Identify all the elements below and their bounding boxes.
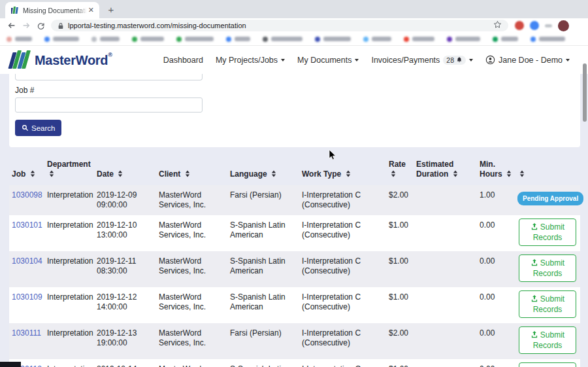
tab-close-icon[interactable]: ✕ [87, 6, 95, 14]
submit-records-button[interactable]: Submit Records [519, 326, 576, 354]
extension-icon[interactable] [530, 21, 539, 30]
sort-icon[interactable] [453, 170, 458, 177]
cell-action: Submit Records [515, 287, 580, 323]
bookmark-item[interactable] [176, 37, 214, 42]
job-link[interactable]: 1030109 [12, 292, 42, 302]
submit-records-button[interactable]: Submit Records [519, 254, 576, 282]
cell-language: S-Spanish Latin American [227, 215, 299, 251]
cell-min-hours: 0.00 [477, 323, 515, 359]
column-header-job[interactable]: Job [9, 157, 44, 185]
cell-estimated-duration [414, 359, 477, 367]
cell-language: S-Spanish Latin American [227, 359, 299, 367]
table-row: 1030104Interpretation2019-12-11 08:30:00… [9, 251, 580, 287]
back-icon[interactable] [5, 19, 18, 32]
column-header-department[interactable]: Department [44, 157, 94, 185]
column-header-actions[interactable] [515, 157, 580, 185]
cell-min-hours: 1.00 [477, 185, 515, 215]
job-link[interactable]: 1030111 [12, 328, 41, 338]
column-header-date[interactable]: Date [94, 157, 156, 185]
submit-records-button[interactable]: Submit Records [519, 290, 576, 318]
chevron-down-icon [281, 59, 285, 61]
extension-icon[interactable] [545, 24, 552, 27]
bookmark-favicon-icon [447, 37, 452, 42]
nav-item-my-projects-jobs[interactable]: My Projects/Jobs [216, 56, 285, 65]
address-bar[interactable]: lpportal-testing.masterword.com/missing-… [51, 20, 508, 31]
submit-records-button[interactable]: Submit Records [519, 218, 576, 246]
nav-item-my-documents[interactable]: My Documents [297, 56, 359, 65]
sort-icon[interactable] [118, 170, 123, 177]
truncated-input-field[interactable] [15, 74, 203, 80]
new-tab-button[interactable]: + [103, 1, 119, 17]
table-head: Job Department Date Client Language Work… [9, 157, 580, 185]
table-row: 1030098Interpretation2019-12-09 09:00:00… [9, 185, 580, 215]
bookmark-item[interactable] [226, 37, 250, 42]
submit-records-button[interactable]: Submit Records [519, 362, 576, 367]
bookmark-item[interactable] [531, 37, 565, 42]
bookmark-label-blurred [372, 37, 391, 41]
sort-icon[interactable] [271, 170, 276, 177]
cell-estimated-duration [414, 287, 477, 323]
nav-item-invoices-payments[interactable]: Invoices/Payments28 [371, 56, 473, 65]
nav-item-jane-doe-demo[interactable]: Jane Doe - Demo [485, 55, 570, 65]
sort-icon[interactable] [346, 170, 351, 177]
bookmark-star-icon[interactable] [493, 20, 502, 31]
cell-date: 2019-12-12 14:00:00 [94, 287, 156, 323]
bookmark-label-blurred [53, 37, 79, 41]
bookmark-item[interactable] [315, 37, 351, 42]
bookmark-item[interactable] [447, 37, 480, 42]
bookmark-item[interactable] [132, 37, 164, 42]
table-body: 1030098Interpretation2019-12-09 09:00:00… [9, 185, 580, 367]
missing-documentation-table: Job Department Date Client Language Work… [9, 157, 580, 367]
status-badge: Pending Approval [517, 192, 583, 205]
bookmark-label-blurred [100, 37, 120, 41]
bookmark-item[interactable] [7, 37, 32, 42]
table-row: 1030112Interpretation2019-12-14 09:00:00… [9, 359, 580, 367]
reload-icon[interactable] [34, 19, 47, 32]
nav-item-dashboard[interactable]: Dashboard [163, 56, 203, 65]
job-link[interactable]: 1030101 [12, 220, 42, 230]
bookmark-item[interactable] [44, 37, 79, 42]
column-header-label: Job [12, 169, 25, 179]
cell-rate: $1.00 [386, 215, 414, 251]
cell-date: 2019-12-13 19:00:00 [94, 323, 156, 359]
sort-icon[interactable] [506, 170, 512, 177]
registered-mark: ® [108, 52, 112, 58]
cell-min-hours: 0.00 [477, 359, 515, 367]
masterword-logo[interactable]: MasterWord® [9, 50, 112, 70]
sort-icon[interactable] [519, 170, 525, 177]
search-button[interactable]: Search [15, 120, 61, 136]
bookmark-item[interactable] [404, 37, 434, 42]
cell-department: Interpretation [44, 185, 94, 215]
notification-count-badge[interactable]: 28 [443, 56, 466, 65]
table-row: 1030101Interpretation2019-12-10 13:00:00… [9, 215, 580, 251]
column-header-language[interactable]: Language [227, 157, 299, 185]
job-link[interactable]: 1030104 [12, 256, 42, 266]
column-header-rate[interactable]: Rate [386, 157, 414, 185]
bell-icon [456, 56, 463, 63]
column-header-client[interactable]: Client [156, 157, 227, 185]
profile-avatar[interactable] [558, 20, 569, 31]
cell-min-hours: 0.00 [477, 215, 515, 251]
sort-icon[interactable] [30, 170, 35, 177]
column-header-min-hours[interactable]: Min. Hours [477, 157, 515, 185]
extension-icon[interactable] [515, 21, 524, 30]
forward-icon[interactable] [20, 19, 33, 32]
browser-tab[interactable]: Missing Documentation | Master ✕ [5, 2, 99, 18]
bookmark-item[interactable] [493, 37, 518, 42]
sort-icon[interactable] [391, 170, 396, 177]
sort-icon[interactable] [185, 170, 190, 177]
nav-item-label: Dashboard [163, 56, 203, 65]
sort-icon[interactable] [49, 170, 54, 177]
bookmark-favicon-icon [315, 37, 320, 42]
bookmark-item[interactable] [91, 37, 120, 42]
bookmark-item[interactable] [263, 37, 302, 42]
main-nav: DashboardMy Projects/JobsMy DocumentsInv… [163, 55, 570, 65]
column-header-work-type[interactable]: Work Type [299, 157, 386, 185]
job-number-label: Job # [15, 86, 34, 95]
column-header-label: Min. Hours [480, 160, 502, 179]
bookmark-item[interactable] [363, 37, 391, 42]
job-link[interactable]: 1030098 [12, 190, 42, 200]
column-header-estimated-duration[interactable]: Estimated Duration [414, 157, 477, 185]
page-scrollbar[interactable] [583, 63, 587, 122]
job-number-input[interactable] [15, 97, 203, 113]
